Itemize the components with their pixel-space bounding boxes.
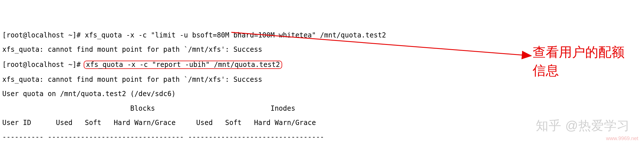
table-separator: ---------- -----------------------------… — [2, 134, 642, 141]
watermark-zhihu: 知乎 @热爱学习 — [536, 119, 630, 132]
annotation-text: 查看用户的配额信息 — [533, 43, 630, 80]
prompt: [root@localhost ~]# — [2, 31, 81, 39]
terminal-line-1: [root@localhost ~]# xfs_quota -x -c "lim… — [2, 32, 642, 39]
command-2-highlighted: xfs_quota -x -c "report -ubih" /mnt/quot… — [84, 61, 282, 69]
table-header-groups: Blocks Inodes — [2, 105, 642, 112]
command-1: xfs_quota -x -c "limit -u bsoft=80M bhar… — [85, 31, 386, 39]
watermark-url: www.9969.net — [606, 136, 638, 141]
prompt: [root@localhost ~]# — [2, 61, 81, 69]
quota-title: User quota on /mnt/quota.test2 (/dev/sdc… — [2, 90, 642, 98]
